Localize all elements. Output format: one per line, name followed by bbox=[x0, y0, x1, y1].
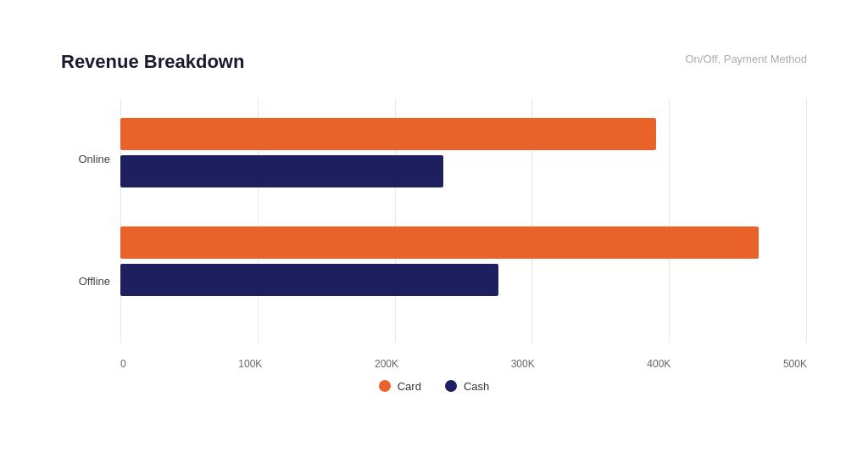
chart-body: Online Offline bbox=[61, 98, 807, 370]
bar-online-card bbox=[120, 118, 656, 150]
y-label-online: Online bbox=[61, 153, 120, 165]
chart-header: Revenue Breakdown On/Off, Payment Method bbox=[61, 51, 807, 73]
bar-offline-card bbox=[120, 226, 759, 259]
x-label-100k: 100K bbox=[238, 358, 262, 370]
x-label-200k: 200K bbox=[375, 358, 398, 370]
legend-dot-card bbox=[379, 380, 391, 392]
chart-title: Revenue Breakdown bbox=[61, 51, 244, 73]
legend-dot-cash bbox=[445, 380, 457, 392]
bars-area bbox=[120, 98, 807, 343]
chart-container: Revenue Breakdown On/Off, Payment Method… bbox=[27, 20, 841, 444]
x-label-400k: 400K bbox=[647, 358, 670, 370]
legend: Card Cash bbox=[61, 380, 807, 393]
x-label-500k: 500K bbox=[783, 358, 807, 370]
chart-plot: 0 100K 200K 300K 400K 500K bbox=[120, 98, 807, 370]
x-label-0: 0 bbox=[120, 358, 126, 370]
bar-online-cash bbox=[120, 155, 443, 187]
bar-offline-cash bbox=[120, 264, 498, 296]
x-axis: 0 100K 200K 300K 400K 500K bbox=[120, 343, 807, 370]
legend-item-cash: Cash bbox=[445, 380, 489, 393]
chart-subtitle: On/Off, Payment Method bbox=[685, 53, 807, 65]
legend-item-card: Card bbox=[379, 380, 421, 393]
bar-group-online bbox=[120, 118, 807, 187]
legend-label-cash: Cash bbox=[464, 380, 489, 393]
x-label-300k: 300K bbox=[511, 358, 535, 370]
y-label-offline: Offline bbox=[61, 275, 120, 288]
legend-label-card: Card bbox=[398, 380, 421, 393]
y-labels: Online Offline bbox=[61, 98, 120, 370]
bar-group-offline bbox=[120, 226, 807, 296]
